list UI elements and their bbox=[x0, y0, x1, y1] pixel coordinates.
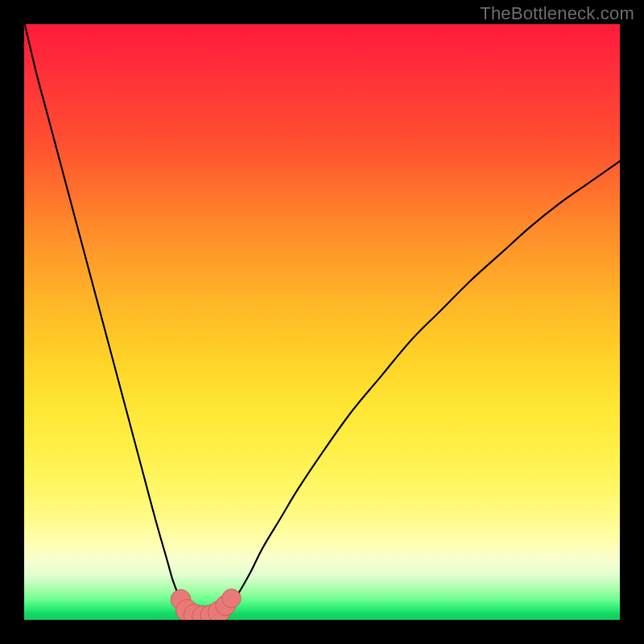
trough-marker bbox=[222, 589, 241, 608]
trough-markers bbox=[171, 589, 241, 620]
plot-area bbox=[24, 24, 620, 620]
curve-right-branch bbox=[224, 161, 620, 611]
curve-left-branch bbox=[25, 24, 188, 612]
frame: TheBottleneck.com bbox=[0, 0, 644, 644]
watermark-text: TheBottleneck.com bbox=[480, 3, 634, 24]
curve-group bbox=[25, 24, 620, 616]
chart-svg bbox=[24, 24, 620, 620]
